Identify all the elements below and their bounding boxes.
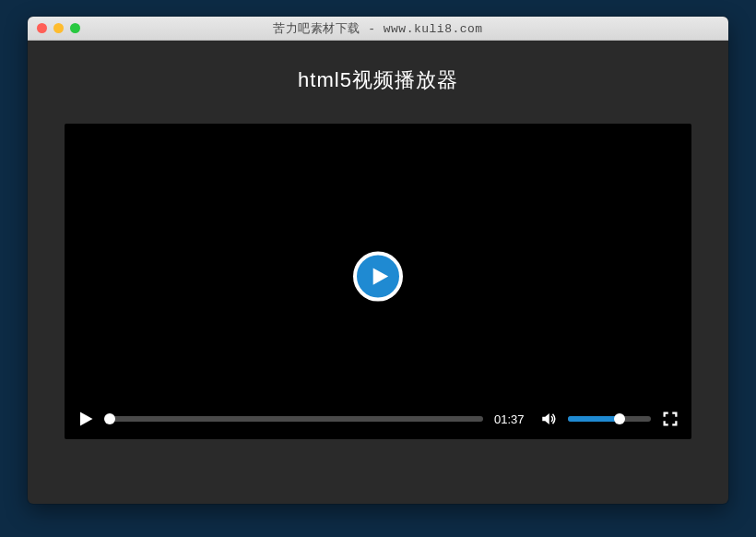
progress-bar[interactable]	[105, 416, 483, 422]
progress-thumb[interactable]	[104, 413, 115, 424]
fullscreen-icon	[662, 411, 679, 427]
minimize-window-button[interactable]	[53, 23, 64, 33]
page-title: html5视频播放器	[298, 66, 458, 94]
volume-slider[interactable]	[568, 416, 651, 422]
duration-label: 01:37	[494, 412, 529, 426]
play-button[interactable]	[77, 411, 94, 427]
control-bar: 01:37	[65, 399, 691, 439]
play-icon	[370, 267, 390, 287]
play-icon	[77, 411, 94, 427]
page-content: html5视频播放器 01:37	[28, 41, 728, 504]
mute-button[interactable]	[540, 411, 557, 427]
browser-window: 苦力吧素材下载 - www.kuli8.com html5视频播放器 01:37	[28, 17, 728, 504]
close-window-button[interactable]	[37, 23, 47, 33]
titlebar: 苦力吧素材下载 - www.kuli8.com	[28, 17, 728, 41]
zoom-window-button[interactable]	[70, 23, 80, 33]
volume-thumb[interactable]	[614, 413, 625, 424]
big-play-button[interactable]	[353, 252, 403, 302]
volume-fill	[568, 416, 620, 422]
window-title: 苦力吧素材下载 - www.kuli8.com	[28, 20, 728, 37]
traffic-lights	[37, 23, 80, 33]
volume-icon	[540, 411, 557, 427]
fullscreen-button[interactable]	[662, 411, 679, 427]
video-player: 01:37	[65, 124, 691, 439]
